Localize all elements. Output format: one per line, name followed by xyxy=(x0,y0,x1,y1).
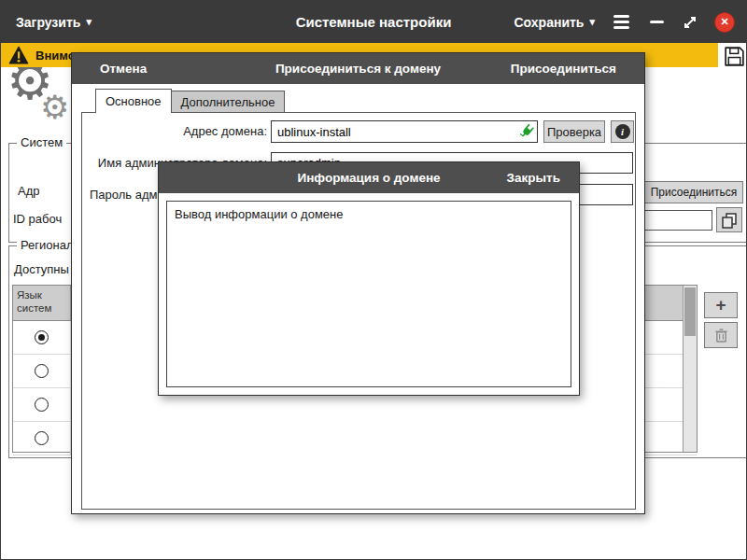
trash-icon xyxy=(714,328,728,343)
join-dialog-tabs: Основное Дополнительное xyxy=(95,89,285,113)
language-radio-cell xyxy=(13,321,71,354)
copy-icon xyxy=(721,212,738,229)
titlebar: Системные настройки Загрузить ▾ Сохранит… xyxy=(1,1,746,43)
close-icon: ✕ xyxy=(720,16,728,28)
warning-text: Внимо xyxy=(35,49,76,63)
domain-info-button[interactable]: i xyxy=(611,120,634,143)
tab-additional[interactable]: Дополнительное xyxy=(171,91,286,113)
gear-icon: ⚙ xyxy=(40,91,69,123)
join-domain-button[interactable]: Присоединиться xyxy=(644,181,743,203)
domain-info-dialog: Информация о домене Закрыть Вывод информ… xyxy=(158,161,580,396)
info-dialog-header: Информация о домене Закрыть xyxy=(159,162,579,193)
menu-icon[interactable] xyxy=(612,13,631,31)
join-confirm-button[interactable]: Присоединиться xyxy=(511,53,616,84)
domain-address-field xyxy=(271,120,538,143)
copy-button[interactable] xyxy=(716,207,742,232)
close-button[interactable]: ✕ xyxy=(714,12,735,33)
warning-icon xyxy=(8,46,29,64)
cancel-button[interactable]: Отмена xyxy=(100,53,147,84)
language-radio-cell xyxy=(13,388,71,421)
system-settings-gears-icon: ⚙ ⚙ xyxy=(7,61,81,141)
available-languages-label: Доступны xyxy=(14,262,69,276)
language-radio-cell xyxy=(13,422,71,455)
join-dialog-header: Отмена Присоединиться к домену Присоедин… xyxy=(72,53,644,84)
save-menu-label: Сохранить xyxy=(514,15,585,30)
expand-icon xyxy=(683,15,698,30)
domain-info-output[interactable]: Вывод информации о домене xyxy=(166,201,571,387)
fullscreen-button[interactable] xyxy=(683,15,698,30)
language-radio[interactable] xyxy=(35,431,49,445)
table-scrollbar[interactable] xyxy=(683,286,697,452)
info-icon: i xyxy=(615,124,630,139)
save-file-button[interactable] xyxy=(722,44,746,68)
load-menu-button[interactable]: Загрузить ▾ xyxy=(16,15,92,30)
language-radio-cell xyxy=(13,355,71,387)
chevron-down-icon: ▾ xyxy=(589,17,595,27)
minimize-button[interactable] xyxy=(648,15,666,29)
table-header-language: Язык систем xyxy=(13,286,71,320)
scrollbar-thumb[interactable] xyxy=(684,287,696,336)
minimize-icon xyxy=(650,21,664,23)
close-info-button[interactable]: Закрыть xyxy=(507,162,560,193)
language-radio[interactable] xyxy=(35,330,49,344)
regional-groupbox-label: Регионал xyxy=(17,238,78,252)
floppy-disk-icon xyxy=(723,45,746,68)
language-radio[interactable] xyxy=(35,398,49,412)
language-radio[interactable] xyxy=(35,364,49,378)
domain-address-input[interactable] xyxy=(271,120,538,143)
app-window: Системные настройки Загрузить ▾ Сохранит… xyxy=(0,0,747,560)
check-button[interactable]: Проверка xyxy=(543,120,605,143)
system-groupbox-label: Систем xyxy=(17,135,66,149)
address-label: Адр xyxy=(18,184,40,198)
tab-basic[interactable]: Основное xyxy=(95,89,172,113)
workplace-id-label: ID рабоч xyxy=(13,212,62,226)
load-menu-label: Загрузить xyxy=(16,15,80,30)
domain-address-label: Адрес домена: xyxy=(82,120,267,143)
save-menu-button[interactable]: Сохранить ▾ xyxy=(514,15,596,30)
delete-language-button[interactable] xyxy=(704,322,738,348)
add-language-button[interactable]: + xyxy=(704,292,738,318)
chevron-down-icon: ▾ xyxy=(86,17,92,27)
